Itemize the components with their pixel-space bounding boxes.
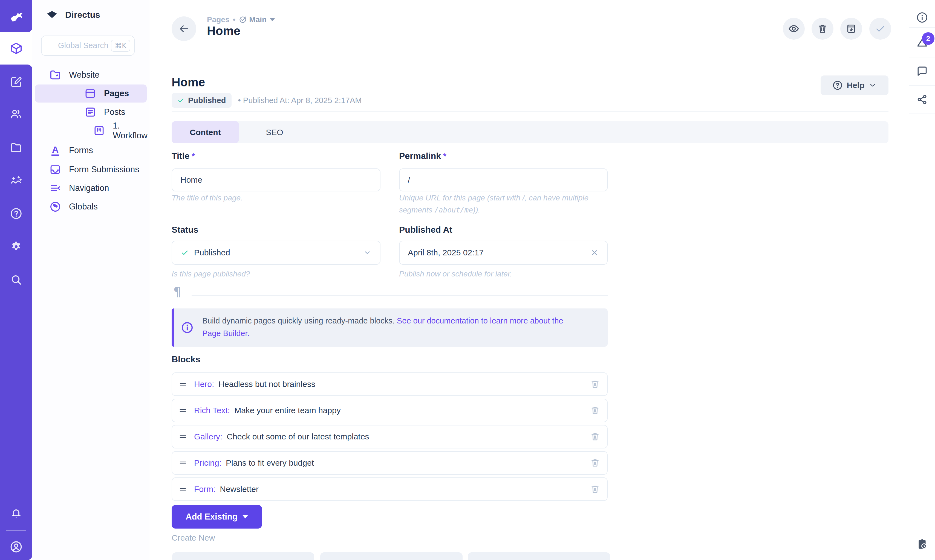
post-article-icon bbox=[84, 106, 96, 118]
title-input[interactable] bbox=[171, 168, 381, 191]
project-header[interactable]: Directus bbox=[45, 9, 100, 21]
block-row[interactable]: Pricing: Plans to fit every budget bbox=[171, 451, 608, 475]
module-users[interactable] bbox=[0, 100, 32, 128]
global-search[interactable]: ⌘K bbox=[41, 35, 135, 56]
back-button[interactable] bbox=[171, 16, 196, 41]
block-type: Pricing: bbox=[194, 458, 221, 468]
rabbit-logo-icon bbox=[7, 7, 25, 25]
trash-icon[interactable] bbox=[590, 432, 600, 442]
module-search[interactable] bbox=[0, 266, 32, 294]
sidebar-item-label: Form Submissions bbox=[69, 165, 139, 174]
flows-button[interactable] bbox=[909, 533, 935, 555]
breadcrumb-collection[interactable]: Pages bbox=[207, 15, 230, 24]
letter-a-underline-icon: A bbox=[49, 145, 61, 156]
sidebar-item-forms[interactable]: A Forms bbox=[49, 142, 93, 159]
archive-button[interactable] bbox=[840, 18, 862, 40]
directus-logo[interactable] bbox=[0, 0, 32, 32]
globe-icon bbox=[49, 201, 61, 213]
published-meta: • Published At: Apr 8, 2025 2:17AM bbox=[238, 96, 362, 105]
block-type: Hero: bbox=[194, 380, 214, 389]
clear-x-icon[interactable] bbox=[590, 248, 599, 257]
sidebar-item-workflow[interactable]: 1. Workflow bbox=[93, 122, 150, 140]
add-existing-button[interactable]: Add Existing bbox=[171, 505, 262, 529]
module-editor[interactable] bbox=[0, 68, 32, 96]
rail-divider bbox=[909, 27, 935, 28]
share-button[interactable] bbox=[909, 89, 935, 110]
delete-button[interactable] bbox=[812, 18, 833, 40]
status-select[interactable]: Published bbox=[171, 241, 381, 265]
block-row[interactable]: Gallery: Check out some of our latest te… bbox=[171, 425, 608, 448]
comments-button[interactable] bbox=[909, 61, 935, 82]
eye-icon bbox=[788, 23, 799, 34]
create-new-option[interactable] bbox=[320, 552, 463, 560]
comment-bubble-icon bbox=[916, 65, 928, 77]
module-help[interactable] bbox=[0, 200, 32, 227]
block-type: Form: bbox=[194, 485, 215, 494]
block-row[interactable]: Hero: Headless but not brainless bbox=[171, 372, 608, 396]
published-at-label: Published At bbox=[399, 225, 452, 235]
breadcrumb-version[interactable]: Main bbox=[249, 15, 267, 24]
sidebar-item-website[interactable]: Website bbox=[49, 66, 99, 84]
save-button[interactable] bbox=[869, 18, 891, 40]
breadcrumb[interactable]: Pages • Main bbox=[207, 15, 275, 24]
trash-icon[interactable] bbox=[590, 458, 600, 468]
block-title: Newsletter bbox=[220, 485, 259, 494]
user-menu-button[interactable] bbox=[0, 533, 32, 560]
create-new-option[interactable] bbox=[468, 552, 610, 560]
rail-divider bbox=[909, 85, 935, 86]
permalink-note: Unique URL for this page (start with /, … bbox=[399, 192, 596, 216]
banner-text: Build dynamic pages quickly using ready-… bbox=[202, 314, 580, 340]
module-content-active[interactable] bbox=[0, 32, 32, 65]
item-info-button[interactable] bbox=[909, 8, 935, 27]
help-circle-icon bbox=[832, 80, 843, 91]
sidebar-item-navigation[interactable]: Navigation bbox=[49, 179, 109, 197]
drag-handle-icon[interactable] bbox=[178, 380, 188, 389]
block-row[interactable]: Form: Newsletter bbox=[171, 477, 608, 501]
sidebar-item-form-submissions[interactable]: Form Submissions bbox=[49, 160, 139, 178]
module-settings[interactable] bbox=[0, 233, 32, 260]
published-at-value: April 8th, 2025 02:17 bbox=[408, 248, 484, 257]
content-cube-icon bbox=[9, 42, 23, 55]
published-at-input[interactable]: April 8th, 2025 02:17 bbox=[399, 241, 608, 265]
sidebar-item-posts[interactable]: Posts bbox=[84, 103, 125, 121]
permalink-input[interactable] bbox=[399, 168, 608, 191]
help-button[interactable]: Help bbox=[821, 75, 889, 95]
drag-handle-icon[interactable] bbox=[178, 406, 188, 415]
published-at-note: Publish now or schedule for later. bbox=[399, 268, 512, 280]
drag-handle-icon[interactable] bbox=[178, 458, 188, 468]
search-icon bbox=[10, 274, 22, 286]
drag-handle-icon[interactable] bbox=[178, 485, 188, 494]
global-search-input[interactable] bbox=[57, 36, 113, 55]
right-sidebar: 2 bbox=[909, 0, 935, 560]
preview-button[interactable] bbox=[783, 18, 805, 40]
sidebar-item-label: Pages bbox=[104, 89, 129, 98]
settings-gear-icon bbox=[10, 240, 22, 253]
tab-seo[interactable]: SEO bbox=[239, 121, 310, 143]
sidebar-item-pages[interactable]: Pages bbox=[84, 85, 129, 103]
caret-down-icon bbox=[270, 18, 275, 22]
sidebar-item-globals[interactable]: Globals bbox=[49, 198, 98, 216]
tab-content[interactable]: Content bbox=[171, 121, 239, 143]
block-row[interactable]: Rich Text: Make your entire team happy bbox=[171, 398, 608, 422]
notifications-button[interactable] bbox=[0, 500, 32, 528]
share-nodes-icon bbox=[916, 94, 928, 105]
status-row: Published • Published At: Apr 8, 2025 2:… bbox=[171, 93, 361, 108]
archive-box-down-icon bbox=[846, 23, 857, 34]
trash-icon[interactable] bbox=[590, 484, 600, 494]
module-insights[interactable] bbox=[0, 167, 32, 194]
sidebar-item-label: Posts bbox=[104, 107, 125, 117]
block-title: Check out some of our latest templates bbox=[227, 432, 369, 442]
module-files[interactable] bbox=[0, 134, 32, 162]
drag-handle-icon[interactable] bbox=[178, 432, 188, 442]
create-new-label: Create New bbox=[171, 533, 215, 543]
trash-icon[interactable] bbox=[590, 406, 600, 415]
trash-icon[interactable] bbox=[590, 379, 600, 389]
sidebar-item-label: Forms bbox=[69, 145, 93, 155]
create-new-option[interactable] bbox=[172, 552, 314, 560]
info-banner: Build dynamic pages quickly using ready-… bbox=[171, 308, 608, 347]
sidebar-item-label: Navigation bbox=[69, 183, 109, 193]
edit-pencil-icon bbox=[10, 76, 22, 88]
required-mark: * bbox=[443, 151, 446, 160]
version-sync-icon bbox=[239, 15, 247, 24]
status-note: Is this page published? bbox=[171, 268, 250, 280]
